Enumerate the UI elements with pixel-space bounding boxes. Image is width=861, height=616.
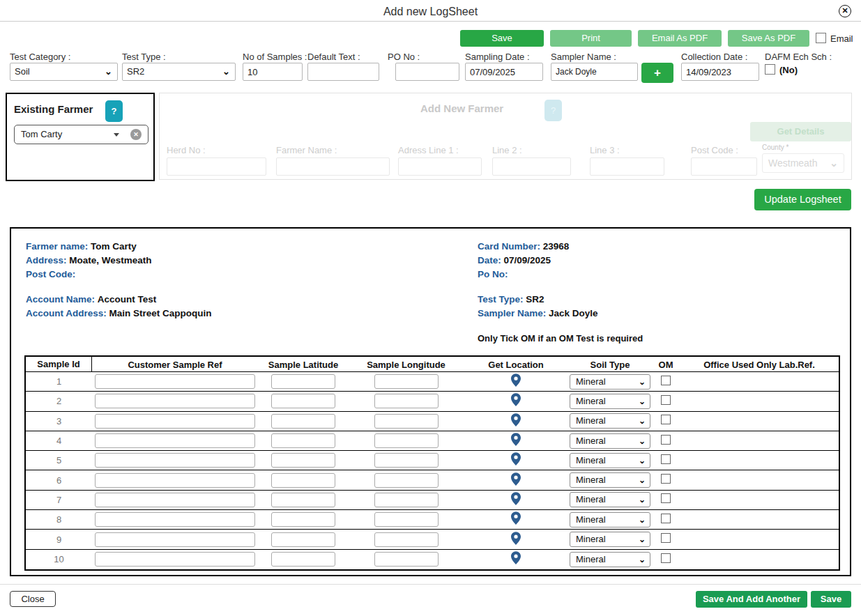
- customer-sample-ref-input[interactable]: [95, 532, 255, 547]
- sample-longitude-input[interactable]: [374, 473, 439, 488]
- customer-sample-ref-input[interactable]: [95, 374, 255, 389]
- sample-latitude-input[interactable]: [271, 394, 335, 408]
- add-sampler-button[interactable]: +: [641, 63, 673, 83]
- sample-latitude-input[interactable]: [271, 552, 335, 567]
- om-checkbox[interactable]: [661, 435, 671, 445]
- save-and-add-another-button[interactable]: Save And Add Another: [696, 591, 807, 608]
- om-checkbox[interactable]: [661, 553, 671, 563]
- map-pin-icon[interactable]: [511, 492, 521, 508]
- test-type-value: SR2: [127, 66, 144, 77]
- table-row: 1 Mineral ⌄: [26, 372, 839, 392]
- soil-type-select[interactable]: Mineral ⌄: [570, 413, 650, 429]
- soil-type-select[interactable]: Mineral ⌄: [570, 552, 650, 567]
- address-detail-label: Address:: [26, 255, 67, 265]
- customer-sample-ref-input[interactable]: [95, 414, 255, 429]
- map-pin-icon[interactable]: [511, 511, 521, 528]
- soil-type-select[interactable]: Mineral ⌄: [570, 433, 650, 449]
- sample-latitude-input[interactable]: [271, 453, 335, 468]
- sample-latitude-input[interactable]: [271, 532, 335, 547]
- title-bar: Add new LogSheet ✕: [0, 0, 861, 22]
- om-checkbox[interactable]: [661, 533, 671, 543]
- default-text-input[interactable]: [307, 63, 379, 81]
- map-pin-icon[interactable]: [511, 532, 521, 548]
- sample-longitude-input[interactable]: [374, 433, 439, 448]
- dafm-checkbox[interactable]: [765, 64, 775, 75]
- customer-sample-ref-input[interactable]: [95, 473, 255, 488]
- save-as-pdf-button[interactable]: Save As PDF: [728, 30, 809, 47]
- footer-save-button[interactable]: Save: [811, 591, 851, 608]
- customer-sample-ref-input[interactable]: [95, 394, 255, 408]
- print-button[interactable]: Print: [550, 30, 632, 47]
- customer-sample-ref-input[interactable]: [95, 552, 255, 567]
- address-line: Address: Moate, Westmeath: [26, 255, 152, 265]
- existing-farmer-select[interactable]: Tom Carty ✕: [14, 125, 148, 144]
- customer-sample-ref-input[interactable]: [95, 512, 255, 527]
- soil-type-select[interactable]: Mineral ⌄: [570, 472, 650, 488]
- om-checkbox[interactable]: [661, 395, 671, 405]
- om-checkbox[interactable]: [661, 474, 671, 484]
- card-number-line: Card Number: 23968: [478, 241, 569, 252]
- sample-longitude-input[interactable]: [374, 512, 439, 527]
- sampling-date-input[interactable]: [465, 63, 543, 81]
- soil-type-select[interactable]: Mineral ⌄: [570, 453, 650, 468]
- email-as-pdf-button[interactable]: Email As PDF: [638, 30, 722, 47]
- map-pin-icon[interactable]: [511, 433, 521, 449]
- test-type-select[interactable]: SR2 ⌄: [122, 63, 236, 81]
- no-of-samples-input[interactable]: [243, 63, 303, 81]
- table-row: 7 Mineral ⌄: [26, 491, 839, 510]
- soil-type-select[interactable]: Mineral ⌄: [570, 512, 650, 528]
- map-pin-icon[interactable]: [511, 413, 521, 429]
- chevron-down-icon: ⌄: [639, 532, 646, 546]
- header-customer-sample-ref: Customer Sample Ref: [92, 360, 258, 370]
- map-pin-icon[interactable]: [511, 374, 521, 390]
- map-pin-icon[interactable]: [511, 472, 521, 488]
- soil-type-select[interactable]: Mineral ⌄: [570, 492, 650, 507]
- sample-latitude-input[interactable]: [271, 433, 335, 448]
- soil-type-select[interactable]: Mineral ⌄: [570, 394, 650, 409]
- soil-type-select[interactable]: Mineral ⌄: [570, 532, 650, 547]
- test-category-select[interactable]: Soil ⌄: [10, 63, 118, 81]
- sample-latitude-input[interactable]: [271, 512, 335, 527]
- sample-latitude-input[interactable]: [271, 493, 335, 507]
- soil-type-select[interactable]: Mineral ⌄: [570, 374, 650, 390]
- clear-selection-icon[interactable]: ✕: [130, 129, 142, 140]
- email-checkbox[interactable]: [816, 33, 826, 43]
- samples-table: Sample Id Customer Sample Ref Sample Lat…: [24, 355, 840, 571]
- sample-latitude-input[interactable]: [271, 473, 335, 488]
- collection-date-input[interactable]: [681, 63, 759, 81]
- collection-date-label: Collection Date :: [681, 52, 747, 62]
- update-logsheet-button[interactable]: Update Logsheet: [754, 189, 851, 210]
- customer-sample-ref-input[interactable]: [95, 493, 255, 507]
- logsheet-summary-panel: Farmer name: Tom Carty Address: Moate, W…: [10, 227, 851, 576]
- om-checkbox[interactable]: [661, 454, 671, 464]
- sampler-name-input[interactable]: [551, 63, 638, 81]
- sample-longitude-input[interactable]: [374, 493, 439, 507]
- om-checkbox[interactable]: [661, 415, 671, 424]
- close-icon[interactable]: ✕: [839, 5, 851, 17]
- sample-latitude-input[interactable]: [271, 414, 335, 429]
- map-pin-icon[interactable]: [511, 452, 521, 468]
- farmer-name-detail-label: Farmer name:: [26, 241, 88, 252]
- existing-farmer-help-button[interactable]: ?: [105, 100, 123, 122]
- map-pin-icon[interactable]: [511, 393, 521, 409]
- sample-longitude-input[interactable]: [374, 394, 439, 408]
- close-button[interactable]: Close: [10, 591, 56, 607]
- sample-latitude-input[interactable]: [271, 374, 335, 389]
- sample-longitude-input[interactable]: [374, 414, 439, 429]
- customer-sample-ref-input[interactable]: [95, 453, 255, 468]
- sample-longitude-input[interactable]: [374, 552, 439, 567]
- save-button[interactable]: Save: [460, 30, 544, 47]
- om-checkbox[interactable]: [661, 514, 671, 523]
- header-om: OM: [652, 360, 680, 370]
- om-checkbox[interactable]: [661, 376, 671, 385]
- po-no-input[interactable]: [395, 63, 459, 81]
- customer-sample-ref-input[interactable]: [95, 433, 255, 448]
- sample-longitude-input[interactable]: [374, 453, 439, 468]
- test-type-detail-value: SR2: [526, 294, 544, 305]
- sample-longitude-input[interactable]: [374, 532, 439, 547]
- header-sample-latitude: Sample Latitude: [258, 360, 349, 370]
- om-checkbox[interactable]: [661, 493, 671, 503]
- sample-longitude-input[interactable]: [374, 374, 439, 389]
- map-pin-icon[interactable]: [511, 551, 521, 567]
- table-row: 8 Mineral ⌄: [26, 510, 839, 530]
